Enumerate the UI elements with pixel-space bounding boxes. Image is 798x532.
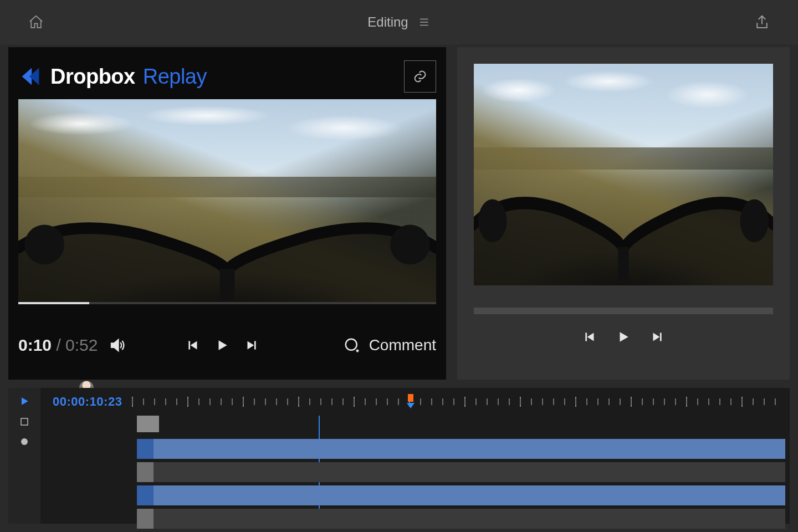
main-progress-bar[interactable]	[18, 302, 436, 304]
duration: 0:52	[65, 336, 98, 354]
svg-rect-3	[220, 269, 234, 300]
timeline-track[interactable]	[137, 485, 785, 505]
svg-rect-11	[618, 247, 629, 280]
share-icon[interactable]	[754, 14, 770, 30]
timeline-track[interactable]	[137, 416, 785, 432]
timeline-body: 00:00:10:23	[40, 388, 790, 524]
add-comment-icon	[344, 337, 360, 354]
dropbox-replay-logo: Dropbox Replay	[18, 64, 207, 89]
marker-icon	[408, 394, 413, 402]
svg-rect-14	[585, 332, 587, 341]
svg-point-12	[478, 200, 507, 243]
timeline-track[interactable]	[137, 439, 785, 459]
timeline-tracks[interactable]	[40, 416, 785, 524]
comment-label: Comment	[369, 336, 436, 354]
frame-back-icon[interactable]	[186, 338, 201, 352]
svg-rect-16	[21, 418, 28, 425]
timeline-timecode: 00:00:10:23	[53, 395, 122, 409]
menu-icon	[418, 16, 431, 28]
home-icon[interactable]	[28, 14, 44, 30]
project-title-menu[interactable]: Editing	[367, 14, 430, 30]
svg-rect-15	[660, 332, 662, 341]
replay-mark-icon	[18, 64, 43, 89]
svg-point-17	[21, 438, 28, 445]
top-bar: Editing	[0, 0, 798, 44]
preview-panel	[457, 47, 790, 380]
link-icon	[412, 69, 428, 84]
timeline-panel: 00:00:10:23	[8, 388, 790, 524]
preview-frame-back-icon[interactable]	[583, 330, 597, 344]
preview-frame-forward-icon[interactable]	[649, 330, 664, 344]
preview-transport-controls	[474, 330, 773, 344]
preview-video-viewport[interactable]	[474, 64, 773, 285]
logo-brand: Dropbox	[50, 65, 135, 89]
preview-progress-bar[interactable]	[474, 308, 773, 314]
svg-rect-6	[189, 341, 191, 349]
frame-forward-icon[interactable]	[244, 338, 258, 352]
timeline-record-icon[interactable]	[19, 437, 29, 447]
timeline-playhead[interactable]	[407, 394, 415, 411]
logo-product: Replay	[143, 65, 207, 89]
timeline-side-tools	[8, 388, 40, 524]
play-icon[interactable]	[215, 338, 229, 352]
project-title: Editing	[367, 14, 408, 30]
timeline-play-icon[interactable]	[19, 396, 30, 407]
svg-point-13	[740, 200, 769, 243]
timeline-stop-icon[interactable]	[19, 417, 29, 427]
svg-rect-7	[254, 341, 256, 349]
timeline-ruler-row: 00:00:10:23	[40, 388, 790, 416]
main-progress-fill	[18, 302, 89, 304]
add-comment-button[interactable]: Comment	[344, 336, 436, 354]
main-video-viewport[interactable]	[18, 99, 436, 304]
copy-link-button[interactable]	[404, 60, 436, 93]
timeline-track[interactable]	[137, 462, 785, 482]
svg-point-5	[390, 224, 430, 264]
playback-time: 0:10 / 0:52	[18, 336, 98, 355]
playhead-icon	[407, 403, 415, 408]
svg-point-4	[24, 224, 64, 264]
current-time: 0:10	[18, 336, 52, 354]
video-frame-foreground	[18, 210, 436, 304]
timeline-ruler[interactable]	[132, 393, 785, 411]
preview-play-icon[interactable]	[616, 330, 631, 344]
volume-icon[interactable]	[109, 337, 125, 354]
svg-point-8	[345, 339, 356, 350]
main-transport-controls	[186, 338, 258, 352]
preview-frame-foreground	[474, 183, 773, 285]
timeline-track[interactable]	[137, 509, 785, 529]
replay-panel: Dropbox Replay	[8, 47, 446, 380]
